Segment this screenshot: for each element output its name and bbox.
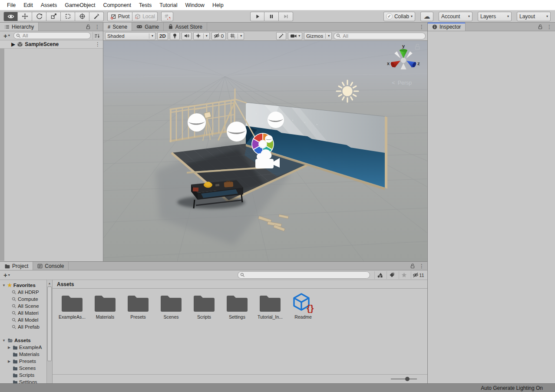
layers-dropdown[interactable]: Layers ▾ — [478, 12, 512, 21]
play-button[interactable] — [250, 12, 264, 21]
asset-item-folder[interactable]: Scripts — [188, 293, 221, 320]
menu-tutorial[interactable]: Tutorial — [155, 2, 181, 8]
tree-scrollbar[interactable]: ▲ ▼ — [46, 280, 52, 392]
tree-folder-item[interactable]: ▶ ExampleA — [0, 344, 52, 351]
persp-label[interactable]: Persp — [398, 80, 412, 86]
hierarchy-search-input[interactable] — [23, 33, 88, 38]
menu-edit[interactable]: Edit — [20, 2, 37, 8]
folder-expand-icon[interactable]: ▶ — [7, 359, 11, 363]
favorite-item[interactable]: Compute — [0, 296, 52, 303]
scene-effects-dropdown[interactable]: ▾ — [193, 32, 210, 40]
project-menu-icon[interactable]: ⋮ — [419, 264, 424, 269]
scene-visibility-button[interactable]: 0 — [211, 32, 226, 40]
asset-item-folder[interactable]: Presets — [122, 293, 155, 320]
favorites-filter-button[interactable] — [399, 271, 409, 279]
tree-folder-item[interactable]: ▶ Materials — [0, 351, 52, 358]
menu-component[interactable]: Component — [99, 2, 135, 8]
layout-dropdown[interactable]: Layout ▾ — [517, 12, 551, 21]
asset-grid[interactable]: ExampleAs... Materials Presets Scenes — [53, 289, 427, 374]
inspector-lock-icon[interactable] — [538, 24, 543, 30]
favorite-item[interactable]: All Materi — [0, 310, 52, 316]
favorites-expand-icon[interactable]: ▼ — [2, 283, 6, 287]
scrollbar-thumb[interactable] — [47, 287, 52, 361]
hierarchy-body[interactable] — [0, 49, 103, 261]
project-visibility-button[interactable]: 11 — [411, 271, 426, 279]
step-button[interactable] — [279, 12, 293, 21]
cloud-button[interactable]: ☁ — [420, 12, 433, 21]
tree-folder-item[interactable]: ▶ Presets — [0, 358, 52, 365]
scene-expand-icon[interactable]: ▶ — [10, 41, 15, 48]
scene-search-input[interactable] — [343, 33, 423, 39]
tab-game[interactable]: Game — [132, 23, 164, 31]
folder-expand-icon[interactable]: ▶ — [7, 346, 11, 349]
tab-inspector[interactable]: Inspector — [428, 23, 466, 31]
lock-icon[interactable] — [86, 24, 91, 30]
shading-mode-dropdown[interactable]: Shaded ▾ — [105, 32, 155, 40]
tab-asset-store[interactable]: Asset Store — [164, 23, 207, 31]
menu-gameobject[interactable]: GameObject — [61, 2, 99, 8]
scale-tool-button[interactable] — [46, 12, 61, 21]
search-by-label-button[interactable] — [387, 271, 397, 279]
menu-file[interactable]: File — [3, 2, 20, 8]
scene-lighting-button[interactable] — [170, 32, 180, 40]
rect-tool-button[interactable] — [61, 12, 75, 21]
scrollbar-up-icon[interactable]: ▲ — [47, 280, 52, 286]
scene-viewport[interactable]: y x z < Persp — [103, 41, 427, 261]
custom-tool-button[interactable] — [89, 12, 104, 21]
favorite-item[interactable]: All Scene — [0, 303, 52, 310]
zoom-slider-knob[interactable] — [405, 377, 410, 381]
asset-item-folder[interactable]: Tutorial_In... — [254, 293, 287, 320]
grid-snap-button[interactable] — [161, 12, 173, 21]
search-by-type-button[interactable] — [374, 271, 385, 279]
project-search-input[interactable] — [247, 273, 367, 278]
favorites-header[interactable]: ▼ ★ Favorites — [0, 282, 52, 289]
favorite-item[interactable]: All Prefab — [0, 323, 52, 330]
assets-expand-icon[interactable]: ▼ — [2, 339, 6, 343]
favorite-item[interactable]: All HDRP — [0, 289, 52, 296]
project-lock-icon[interactable] — [410, 263, 415, 269]
scene-audio-button[interactable] — [182, 32, 192, 40]
tab-hierarchy[interactable]: Hierarchy — [0, 23, 39, 31]
rotate-tool-button[interactable] — [32, 12, 46, 21]
hierarchy-menu-icon[interactable]: ⋮ — [95, 24, 100, 30]
scene-item-menu-icon[interactable]: ⋮ — [95, 42, 100, 47]
hierarchy-create-button[interactable]: + ▾ — [2, 33, 12, 39]
menu-assets[interactable]: Assets — [37, 2, 61, 8]
asset-item-folder[interactable]: ExampleAs... — [56, 293, 89, 320]
menu-help[interactable]: Help — [208, 2, 228, 8]
favorite-item[interactable]: All Model — [0, 316, 52, 323]
asset-item-readme[interactable]: {} Readme — [287, 293, 320, 320]
scene-tools-button[interactable] — [276, 32, 286, 40]
scene-grid-dropdown[interactable]: Y ▾ — [228, 32, 244, 40]
menu-tests[interactable]: Tests — [135, 2, 155, 8]
hierarchy-sort-button[interactable] — [92, 32, 101, 40]
tree-folder-item[interactable]: ▶ Scenes — [0, 365, 52, 372]
inspector-menu-icon[interactable]: ⋮ — [547, 24, 552, 30]
asset-item-folder[interactable]: Scenes — [155, 293, 188, 320]
pause-button[interactable] — [264, 12, 279, 21]
hierarchy-scene-row[interactable]: ▶ SampleScene ⋮ — [0, 40, 103, 49]
tab-console[interactable]: Console — [33, 262, 69, 270]
tab-project[interactable]: Project — [0, 262, 33, 270]
asset-item-folder[interactable]: Materials — [89, 293, 122, 320]
menu-window[interactable]: Window — [181, 2, 208, 8]
pivot-toggle-button[interactable]: Pivot — [107, 12, 132, 21]
2d-toggle-button[interactable]: 2D — [157, 32, 168, 40]
scene-tab-menu-icon[interactable]: ⋮ — [419, 24, 424, 30]
account-dropdown[interactable]: Account ▾ — [439, 12, 472, 21]
hierarchy-search[interactable] — [13, 32, 91, 39]
scene-search[interactable] — [334, 33, 426, 40]
view-tool-button[interactable] — [3, 12, 18, 21]
collab-dropdown[interactable]: ✓ Collab ▾ — [383, 12, 415, 21]
local-toggle-button[interactable]: Local — [132, 12, 158, 21]
thumbnail-zoom-slider[interactable] — [391, 379, 417, 379]
tree-folder-item[interactable]: ▶ Scripts — [0, 372, 52, 379]
tab-scene[interactable]: # Scene — [103, 23, 132, 31]
asset-item-folder[interactable]: Settings — [221, 293, 254, 320]
project-create-button[interactable]: + ▾ — [2, 272, 12, 278]
gizmos-dropdown[interactable]: Gizmos ▾ — [304, 32, 332, 40]
move-tool-button[interactable] — [18, 12, 32, 21]
assets-tree-header[interactable]: ▼ Assets — [0, 337, 52, 344]
project-search[interactable] — [238, 271, 370, 279]
scene-camera-dropdown[interactable]: ▾ — [288, 32, 302, 40]
